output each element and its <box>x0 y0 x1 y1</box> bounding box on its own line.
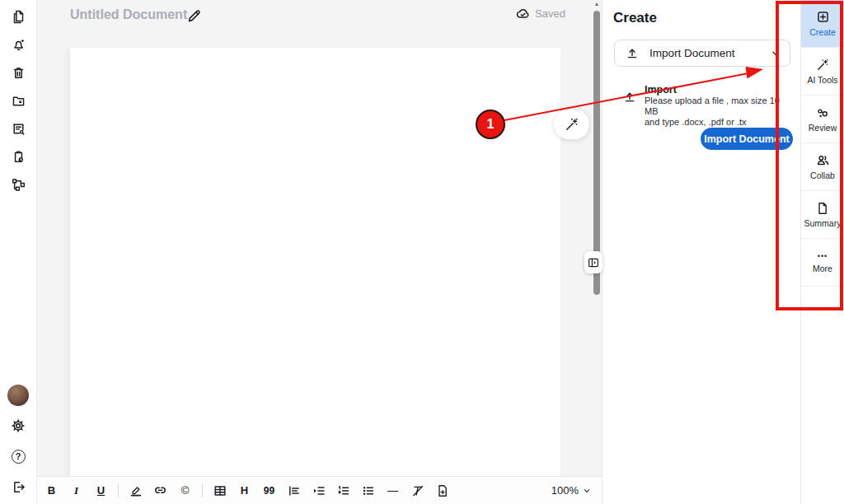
tab-label: Review <box>809 123 837 133</box>
align-left-icon <box>288 484 301 497</box>
horizontal-rule-button[interactable]: — <box>383 481 402 501</box>
link-icon <box>153 483 167 497</box>
bold-button[interactable]: B <box>42 481 61 501</box>
indent-icon <box>312 484 326 497</box>
people-icon <box>816 153 830 167</box>
documents-icon <box>12 10 26 24</box>
tab-collab[interactable]: Collab <box>801 143 844 191</box>
highlight-button[interactable] <box>126 481 145 501</box>
zoom-level: 100% <box>551 484 579 497</box>
plus-square-icon <box>816 10 830 24</box>
sidebar-item-notes[interactable] <box>7 119 29 138</box>
upload-icon <box>623 91 636 128</box>
bullet-list-button[interactable] <box>359 481 377 501</box>
trash-icon <box>12 66 26 80</box>
tab-label: Summary <box>804 218 842 228</box>
copyright-button[interactable]: © <box>176 481 195 501</box>
import-heading: Import <box>645 84 792 96</box>
tab-label: Collab <box>810 170 835 180</box>
history-icon <box>12 150 26 164</box>
molecules-icon <box>816 106 829 119</box>
sidebar-item-notifications[interactable] <box>7 35 29 54</box>
create-panel: Create Import Document Import Please upl… <box>602 0 800 504</box>
collapse-panel-button[interactable] <box>584 251 603 273</box>
user-avatar[interactable] <box>7 385 29 405</box>
underline-button[interactable]: U <box>91 481 110 501</box>
save-status: Saved <box>516 7 565 21</box>
pencil-icon <box>187 8 204 23</box>
tab-label: More <box>813 264 832 273</box>
magic-wand-icon <box>565 118 579 132</box>
ai-assist-button[interactable] <box>554 110 589 139</box>
avatar <box>7 385 29 406</box>
sidebar-item-history[interactable] <box>7 147 29 166</box>
annotation-step-number: 1 <box>487 117 495 132</box>
clear-format-button[interactable] <box>408 481 427 501</box>
highlighter-icon <box>129 484 143 497</box>
chevron-down-icon <box>582 486 592 496</box>
folder-icon <box>12 94 26 108</box>
panel-title: Create <box>613 10 657 26</box>
left-sidebar: ? <box>0 0 37 504</box>
tab-ai-tools[interactable]: AI Tools <box>801 48 844 96</box>
tab-summary[interactable]: Summary <box>801 191 844 239</box>
notes-icon <box>12 122 26 136</box>
settings-button[interactable] <box>7 416 29 436</box>
ordered-list-button[interactable] <box>334 481 353 501</box>
cloud-saved-icon <box>516 7 530 21</box>
blockquote-button[interactable]: 99 <box>260 481 279 501</box>
import-description-line1: Please upload a file , max size 10 MB <box>645 96 792 117</box>
help-icon: ? <box>12 450 26 464</box>
logout-icon <box>12 480 26 494</box>
document-plus-icon <box>436 484 449 497</box>
scroll-up-icon[interactable]: ▲ <box>593 0 601 8</box>
chevron-down-icon <box>770 48 781 59</box>
import-document-button[interactable]: Import Document <box>701 128 793 150</box>
panel-right-icon <box>588 257 599 268</box>
ellipsis-icon: ••• <box>818 252 828 260</box>
tab-create[interactable]: Create <box>801 0 844 48</box>
app-window: ? Untitled Document Saved <box>0 0 844 504</box>
document-icon <box>816 202 829 215</box>
logout-button[interactable] <box>7 477 29 497</box>
help-button[interactable]: ? <box>7 446 29 466</box>
ordered-list-icon <box>337 484 350 497</box>
import-info: Import Please upload a file , max size 1… <box>623 84 792 128</box>
italic-button[interactable]: I <box>67 481 86 501</box>
link-button[interactable] <box>151 481 170 501</box>
feature-tabbar: Create AI Tools Review Collab Summary <box>800 0 844 504</box>
tab-review[interactable]: Review <box>801 96 844 143</box>
tab-more[interactable]: ••• More <box>801 239 844 287</box>
gear-icon <box>11 418 26 433</box>
import-description-line2: and type .docx, .pdf or .tx <box>645 117 792 128</box>
table-button[interactable] <box>210 481 229 501</box>
upload-icon <box>626 47 639 60</box>
sidebar-item-trash[interactable] <box>7 63 29 82</box>
toolbar-divider <box>118 484 119 497</box>
rename-button[interactable] <box>187 8 204 25</box>
insert-page-button[interactable] <box>433 481 452 501</box>
tab-label: AI Tools <box>807 75 837 85</box>
align-left-button[interactable] <box>284 481 303 501</box>
sidebar-item-documents[interactable] <box>7 7 29 26</box>
formatting-toolbar: B I U © H 99 <box>37 476 602 504</box>
bullet-list-icon <box>362 484 375 497</box>
annotation-step-badge: 1 <box>476 110 505 139</box>
create-action-dropdown[interactable]: Import Document <box>614 40 790 67</box>
tab-label: Create <box>809 27 836 37</box>
notifications-icon <box>12 38 26 52</box>
toolbar-divider <box>202 484 203 497</box>
clear-format-icon <box>411 484 424 497</box>
indent-button[interactable] <box>309 481 328 501</box>
sidebar-item-folder[interactable] <box>7 91 29 110</box>
zoom-control[interactable]: 100% <box>551 484 592 497</box>
table-icon <box>213 484 227 497</box>
magic-wand-icon <box>816 58 829 72</box>
document-title[interactable]: Untitled Document <box>70 7 187 22</box>
heading-button[interactable]: H <box>235 481 254 501</box>
dropdown-value: Import Document <box>649 47 735 59</box>
sidebar-item-workflow[interactable] <box>7 175 29 194</box>
workflow-icon <box>12 178 26 192</box>
save-status-label: Saved <box>535 7 565 20</box>
